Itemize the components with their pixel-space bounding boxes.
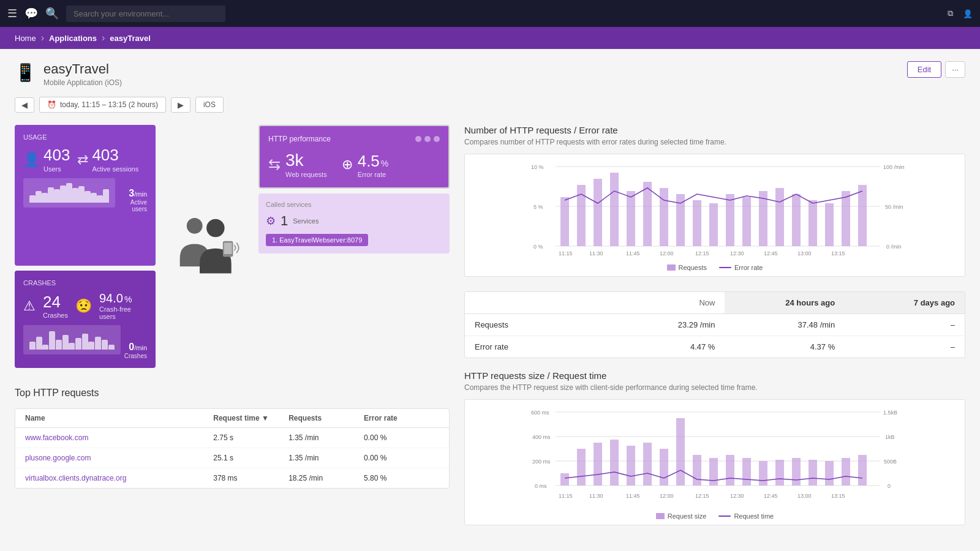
crashes-label: Crashes <box>23 279 147 287</box>
app-title-group: easyTravel Mobile Application (iOS) <box>43 61 122 87</box>
http-dots <box>415 136 440 142</box>
windows-icon[interactable]: ⧉ <box>948 9 953 18</box>
svg-text:13:15: 13:15 <box>831 493 845 499</box>
svg-rect-55 <box>594 443 602 485</box>
comp-24h-0: 37.48 /min <box>725 314 845 335</box>
req-name-0[interactable]: www.facebook.com <box>25 433 213 442</box>
svg-rect-58 <box>643 443 652 485</box>
comp-now-0: 23.29 /min <box>605 314 725 335</box>
http-requests-legend: Requests Error rate <box>475 264 955 271</box>
active-users-label: Active users <box>119 199 147 212</box>
req-time-1: 25.1 s <box>213 454 288 462</box>
svg-rect-23 <box>726 194 734 246</box>
sessions-label: Active sessions <box>92 165 138 173</box>
svg-text:12:15: 12:15 <box>695 250 709 257</box>
req-requests-1: 1.35 /min <box>288 454 364 462</box>
svg-rect-57 <box>627 446 635 485</box>
comp-col-24h[interactable]: 24 hours ago <box>725 292 845 313</box>
svg-rect-59 <box>660 449 668 485</box>
edit-button[interactable]: Edit <box>907 61 941 78</box>
ios-label: iOS <box>203 100 216 109</box>
user-figure <box>165 125 249 368</box>
crash-free-pct: 94.0 <box>99 291 123 305</box>
search-input[interactable] <box>66 6 225 22</box>
svg-rect-66 <box>775 460 784 485</box>
svg-text:11:45: 11:45 <box>626 493 640 499</box>
req-error-2: 5.80 % <box>364 474 439 482</box>
svg-text:5 %: 5 % <box>533 204 543 210</box>
legend-time-label: Request time <box>734 512 774 520</box>
web-requests-label: Web requests <box>285 170 327 179</box>
svg-rect-28 <box>809 200 817 246</box>
usage-stats-row: 👤 403 Users ⇄ 403 Active sessi <box>23 146 147 173</box>
req-name-1[interactable]: plusone.google.com <box>25 454 213 462</box>
svg-text:1kB: 1kB <box>885 434 895 440</box>
svg-rect-17 <box>627 191 635 246</box>
svg-text:10 %: 10 % <box>531 164 544 170</box>
svg-text:11:30: 11:30 <box>589 250 603 257</box>
app-header: 📱 easyTravel Mobile Application (iOS) Ed… <box>15 61 965 87</box>
svg-text:0: 0 <box>888 483 891 489</box>
svg-rect-71 <box>858 455 867 485</box>
svg-rect-60 <box>676 418 685 485</box>
http-size-chart-title: HTTP requests size / Request time <box>464 370 965 381</box>
next-time-button[interactable]: ▶ <box>171 97 190 113</box>
http-perf-row: ⇆ 3k Web requests ⊕ 4.5 <box>268 151 440 179</box>
svg-rect-68 <box>809 460 817 485</box>
services-desc: Services <box>293 217 318 225</box>
called-services-label: Called services <box>266 201 442 208</box>
svg-text:11:15: 11:15 <box>559 493 573 499</box>
ios-filter-badge[interactable]: iOS <box>195 97 224 113</box>
app-subtitle: Mobile Application (iOS) <box>43 78 122 87</box>
comp-7d-1: – <box>845 336 965 358</box>
breadcrumb-applications[interactable]: Applications <box>44 34 102 43</box>
users-count: 403 <box>43 146 70 165</box>
svg-rect-26 <box>775 188 784 246</box>
svg-text:12:15: 12:15 <box>695 493 709 499</box>
web-requests-num: 3k <box>285 151 327 170</box>
svg-rect-29 <box>825 203 834 246</box>
crash-face-icon: 😟 <box>75 298 92 314</box>
breadcrumb-home[interactable]: Home <box>10 34 41 43</box>
req-error-1: 0.00 % <box>364 454 439 462</box>
svg-point-0 <box>187 217 203 233</box>
svg-rect-13 <box>560 197 569 246</box>
svg-rect-24 <box>742 197 751 246</box>
chat-icon[interactable]: 💬 <box>24 7 38 20</box>
called-services-box: Called services ⚙ 1 Services 1. EasyTrav… <box>258 193 450 253</box>
user-icon[interactable]: 👤 <box>963 9 973 18</box>
http-perf-title: HTTP performance <box>268 135 440 143</box>
prev-time-button[interactable]: ◀ <box>15 97 34 113</box>
time-range-badge[interactable]: ⏰ today, 11:15 – 13:15 (2 hours) <box>39 97 166 113</box>
svg-rect-62 <box>709 458 718 485</box>
service-tag[interactable]: 1. EasyTravelWebserver:8079 <box>266 234 368 246</box>
legend-requests: Requests <box>667 264 707 271</box>
comp-col-now[interactable]: Now <box>605 292 725 313</box>
legend-line-icon <box>719 267 731 268</box>
crashes-mini-chart <box>23 325 121 354</box>
svg-text:13:15: 13:15 <box>831 250 845 257</box>
svg-rect-30 <box>842 191 850 246</box>
req-requests-0: 1.35 /min <box>288 433 364 442</box>
col-request-time[interactable]: Request time ▼ <box>213 414 288 422</box>
more-button[interactable]: ··· <box>945 61 965 78</box>
main-content: 📱 easyTravel Mobile Application (iOS) Ed… <box>0 49 980 551</box>
svg-rect-18 <box>643 182 652 246</box>
http-perf-box: HTTP performance ⇆ 3k <box>258 125 450 189</box>
legend-size-label: Request size <box>668 512 707 520</box>
svg-text:11:30: 11:30 <box>589 493 603 499</box>
crashes-rate-label: Crashes <box>124 353 147 359</box>
legend-request-time: Request time <box>718 512 774 520</box>
services-gear-icon: ⚙ <box>266 214 276 228</box>
error-rate-stat: ⊕ 4.5 % Error rate <box>342 152 389 178</box>
menu-icon[interactable]: ☰ <box>7 7 17 20</box>
services-stat: ⚙ 1 Services <box>266 213 442 229</box>
req-name-2[interactable]: virtualbox.clients.dynatrace.org <box>25 474 213 482</box>
svg-text:0 %: 0 % <box>533 244 543 250</box>
comp-col-7d[interactable]: 7 days ago <box>845 292 965 313</box>
usage-chart-row: 3/min Active users <box>23 178 147 212</box>
svg-text:0 /min: 0 /min <box>886 244 902 250</box>
comp-now-1: 4.47 % <box>605 336 725 358</box>
svg-rect-64 <box>742 458 751 485</box>
breadcrumb-easytravel[interactable]: easyTravel <box>105 34 156 43</box>
